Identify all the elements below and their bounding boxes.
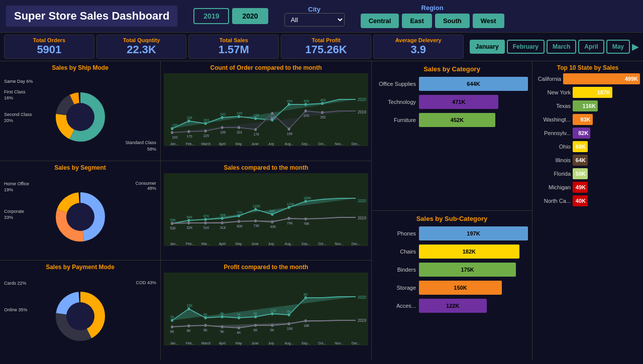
svg-text:64K: 64K bbox=[187, 214, 193, 219]
svg-text:7K: 7K bbox=[170, 315, 174, 320]
order-count-chart: Count of Order compared to the month 1 bbox=[161, 61, 371, 161]
svg-point-27 bbox=[187, 130, 190, 133]
svg-text:2019: 2019 bbox=[358, 215, 366, 220]
month-apr[interactable]: April bbox=[578, 40, 604, 54]
region-east[interactable]: East bbox=[402, 14, 432, 28]
payment-chart: Sales by Payment Mode Cards 22% Online 3… bbox=[0, 261, 160, 360]
svg-text:Feb...: Feb... bbox=[186, 141, 194, 146]
svg-rect-70 bbox=[164, 173, 368, 246]
kpi-profit-label: Total Profit bbox=[287, 37, 365, 43]
month-feb[interactable]: February bbox=[507, 40, 545, 54]
city-filter: City All bbox=[284, 6, 345, 27]
city-label: City bbox=[284, 6, 345, 13]
svg-text:18K: 18K bbox=[303, 323, 309, 328]
seg-consumer-pct: 48% bbox=[135, 186, 156, 191]
cat-bar-2: 452K bbox=[419, 113, 495, 127]
seg-home-pct: 19% bbox=[4, 187, 29, 193]
svg-text:131K: 131K bbox=[287, 201, 295, 206]
top10-row-7: Florida 50K bbox=[535, 168, 640, 179]
month-next-icon[interactable]: ▶ bbox=[632, 41, 639, 52]
kpi-del-label: Average Delevery bbox=[380, 37, 457, 43]
svg-text:52K: 52K bbox=[170, 225, 176, 230]
subcat-val-0: 197K bbox=[467, 230, 480, 236]
svg-text:Feb...: Feb... bbox=[186, 241, 194, 246]
ship-standard-pct: 58% bbox=[125, 146, 156, 153]
subcat-bar-2: 175K bbox=[419, 263, 516, 277]
svg-point-30 bbox=[238, 126, 240, 129]
svg-text:11K: 11K bbox=[270, 308, 276, 313]
kpi-quantity: Total Quqntity 22.3K bbox=[96, 35, 187, 59]
year-2020-button[interactable]: 2020 bbox=[232, 8, 268, 24]
svg-text:5K: 5K bbox=[170, 329, 174, 334]
region-central[interactable]: Central bbox=[361, 14, 399, 28]
month-mar[interactable]: March bbox=[547, 40, 576, 54]
svg-point-29 bbox=[221, 126, 224, 129]
svg-text:8K: 8K bbox=[220, 311, 224, 316]
top10-state-5: Ohio bbox=[535, 144, 571, 150]
svg-text:352: 352 bbox=[320, 114, 326, 119]
top10-bar-1: 187K bbox=[573, 87, 612, 98]
svg-text:Mar...: Mar... bbox=[201, 241, 210, 246]
cat-val-1: 471K bbox=[452, 99, 465, 105]
svg-point-140 bbox=[254, 324, 257, 327]
sales-category-title: Sales by Category bbox=[376, 65, 528, 73]
region-south[interactable]: South bbox=[435, 14, 470, 28]
segment-chart: Sales by Segment Home Office 19% Corpora… bbox=[0, 161, 160, 261]
cat-bar-0: 644K bbox=[419, 77, 528, 91]
region-west[interactable]: West bbox=[473, 14, 504, 28]
order-count-svg: 155 238 203 242 245 226 218 459 459 463 … bbox=[164, 73, 368, 146]
month-may[interactable]: May bbox=[606, 40, 630, 54]
top10-val-1: 187K bbox=[597, 89, 610, 95]
svg-text:2020: 2020 bbox=[358, 97, 366, 102]
svg-point-143 bbox=[304, 319, 307, 322]
sales-month-title: Sales compared to the month bbox=[164, 164, 368, 171]
kpi-orders-label: Total Orders bbox=[11, 37, 88, 43]
svg-text:51K: 51K bbox=[203, 225, 209, 230]
region-filter: Region Central East South West bbox=[361, 4, 504, 28]
ship-standard-label: Standard Class bbox=[125, 140, 156, 146]
left-panel: Sales by Ship Mode Same Day 6% First Cla… bbox=[0, 61, 161, 360]
pay-cod-label: COD 43% bbox=[136, 280, 156, 285]
sales-month-svg: 55K 64K 67K 69K 77K 120K 89K 131K 166K 5… bbox=[164, 173, 368, 246]
ship-mode-donut bbox=[45, 88, 116, 143]
category-panel: Sales by Category Office Supplies 644K T… bbox=[372, 61, 532, 360]
svg-text:June: June bbox=[251, 241, 258, 246]
svg-text:176: 176 bbox=[254, 132, 259, 137]
seg-home-label: Home Office bbox=[4, 181, 29, 187]
subcat-row-2: Binders 175K bbox=[376, 263, 528, 277]
order-count-title: Count of Order compared to the month bbox=[164, 64, 368, 71]
kpi-sales: Total Sales 1.57M bbox=[188, 35, 279, 59]
svg-text:5K: 5K bbox=[220, 329, 224, 334]
main-content: Sales by Ship Mode Same Day 6% First Cla… bbox=[0, 61, 643, 360]
svg-point-84 bbox=[204, 221, 207, 224]
city-select[interactable]: All bbox=[284, 13, 345, 27]
svg-rect-13 bbox=[164, 73, 368, 146]
svg-text:Dec...: Dec... bbox=[352, 341, 360, 346]
seg-corporate-label: Corporate bbox=[4, 208, 29, 215]
subcat-val-1: 182K bbox=[463, 249, 476, 255]
cat-label-1: Technology bbox=[376, 99, 416, 105]
svg-text:Oct...: Oct... bbox=[318, 241, 326, 246]
subcat-track-2: 175K bbox=[419, 263, 528, 277]
seg-consumer-label: Consumer bbox=[135, 181, 156, 186]
svg-text:15K: 15K bbox=[187, 303, 193, 308]
year-2019-button[interactable]: 2019 bbox=[193, 8, 229, 24]
year-selector: 2019 2020 bbox=[193, 8, 268, 24]
svg-text:199: 199 bbox=[220, 130, 226, 135]
subcat-row-4: Acces... 122K bbox=[376, 299, 528, 313]
cat-row-2: Furniture 452K bbox=[376, 113, 528, 127]
svg-point-31 bbox=[254, 128, 257, 131]
svg-point-136 bbox=[187, 324, 190, 327]
top10-bar-6: 64K bbox=[573, 155, 588, 166]
subcat-bar-3: 150K bbox=[419, 281, 502, 295]
sales-subcategory-title: Sales by Sub-Category bbox=[376, 215, 528, 222]
svg-point-33 bbox=[288, 128, 290, 131]
svg-text:Feb...: Feb... bbox=[186, 341, 194, 346]
top10-row-2: Texas 116K bbox=[535, 100, 640, 111]
svg-text:6K: 6K bbox=[203, 312, 207, 317]
month-jan[interactable]: January bbox=[470, 40, 505, 54]
svg-text:89K: 89K bbox=[269, 208, 275, 213]
cat-label-2: Furniture bbox=[376, 117, 416, 123]
svg-text:Nov...: Nov... bbox=[335, 141, 344, 146]
svg-text:April: April bbox=[219, 141, 226, 146]
